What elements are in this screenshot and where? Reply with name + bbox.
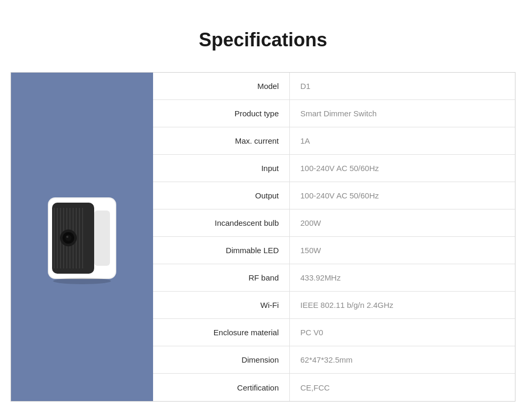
spec-value: CE,FCC: [290, 374, 515, 401]
spec-label: Certification: [153, 374, 290, 401]
table-row: Enclosure materialPC V0: [153, 319, 515, 346]
spec-label: Max. current: [153, 127, 290, 154]
spec-label: Wi-Fi: [153, 292, 290, 318]
table-row: Output100-240V AC 50/60Hz: [153, 182, 515, 209]
spec-label: Output: [153, 182, 290, 209]
table-row: Incandescent bulb200W: [153, 209, 515, 237]
svg-rect-17: [94, 211, 110, 266]
specs-rows: ModelD1Product typeSmart Dimmer SwitchMa…: [153, 73, 515, 401]
table-row: CertificationCE,FCC: [153, 374, 515, 401]
spec-label: RF band: [153, 264, 290, 291]
product-image: [43, 189, 122, 284]
spec-value: PC V0: [290, 319, 515, 346]
spec-value: Smart Dimmer Switch: [290, 100, 515, 127]
spec-value: D1: [290, 73, 515, 99]
spec-label: Enclosure material: [153, 319, 290, 346]
table-row: Product typeSmart Dimmer Switch: [153, 100, 515, 127]
page-title: Specifications: [11, 18, 515, 56]
spec-value: 100-240V AC 50/60Hz: [290, 182, 515, 209]
spec-label: Dimension: [153, 346, 290, 373]
spec-value: 100-240V AC 50/60Hz: [290, 155, 515, 182]
svg-point-18: [53, 278, 111, 284]
spec-label: Incandescent bulb: [153, 209, 290, 236]
table-row: Dimmable LED150W: [153, 237, 515, 264]
specs-table: ModelD1Product typeSmart Dimmer SwitchMa…: [11, 72, 515, 402]
spec-label: Product type: [153, 100, 290, 127]
spec-label: Dimmable LED: [153, 237, 290, 264]
spec-value: 433.92MHz: [290, 264, 515, 291]
spec-value: 200W: [290, 209, 515, 236]
product-image-panel: [11, 73, 153, 401]
table-row: Wi-FiIEEE 802.11 b/g/n 2.4GHz: [153, 292, 515, 319]
spec-value: 1A: [290, 127, 515, 154]
svg-point-16: [66, 236, 68, 238]
spec-value: IEEE 802.11 b/g/n 2.4GHz: [290, 292, 515, 318]
table-row: ModelD1: [153, 73, 515, 100]
svg-point-15: [65, 235, 72, 241]
table-row: Max. current1A: [153, 127, 515, 155]
spec-label: Model: [153, 73, 290, 99]
spec-value: 150W: [290, 237, 515, 264]
table-row: RF band433.92MHz: [153, 264, 515, 292]
spec-label: Input: [153, 155, 290, 182]
table-row: Dimension62*47*32.5mm: [153, 346, 515, 374]
page-wrapper: Specifications: [11, 18, 515, 402]
spec-value: 62*47*32.5mm: [290, 346, 515, 373]
table-row: Input100-240V AC 50/60Hz: [153, 155, 515, 182]
